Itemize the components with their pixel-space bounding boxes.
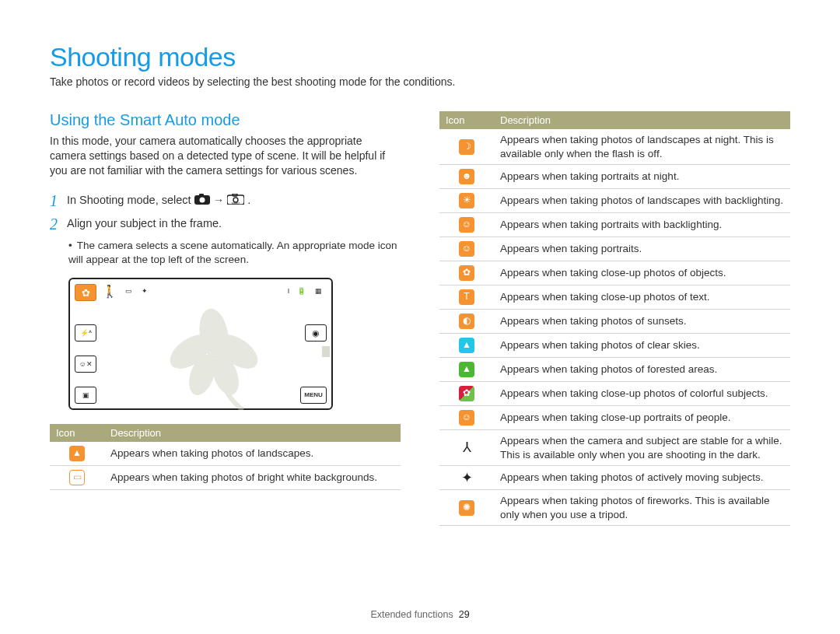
svg-rect-1 <box>199 194 204 196</box>
icon-desc: Appears when taking photos of actively m… <box>494 466 790 490</box>
section-paragraph: In this mode, your camera automatically … <box>50 134 401 178</box>
step-2-text: Align your subject in the frame. <box>67 215 401 231</box>
table-header-icon: Icon <box>439 111 494 129</box>
icon-desc: Appears when taking portraits with backl… <box>494 213 790 237</box>
table-row: ☀Appears when taking photos of landscape… <box>439 189 790 213</box>
right-column: Icon Description ☽Appears when taking ph… <box>439 111 790 526</box>
icon-desc: Appears when taking photos of landscapes… <box>494 129 790 165</box>
table-row: ◐Appears when taking photos of sunsets. <box>439 310 790 334</box>
misc-icon: ✦ <box>138 285 151 296</box>
card-icon: ▦ <box>310 284 327 298</box>
table-row: ✿Appears when taking close-up photos of … <box>439 261 790 285</box>
svg-text:SMART: SMART <box>232 201 240 205</box>
fireworks-icon: ✺ <box>459 500 474 516</box>
step-2-bullet: The camera selects a scene automatically… <box>68 239 401 267</box>
forest-icon: ▲ <box>459 362 474 377</box>
icon-desc: Appears when taking close-up photos of c… <box>494 382 790 406</box>
footer-section-label: Extended functions <box>370 609 453 620</box>
smart-camera-icon: SMART <box>227 193 244 208</box>
flower-watermark-icon <box>144 293 284 410</box>
icon-desc: Appears when taking portraits at night. <box>494 165 790 189</box>
display-icon: ▣ <box>75 387 96 404</box>
white-bg-icon: ▭ <box>69 470 85 485</box>
table-header-icon: Icon <box>50 424 104 442</box>
macro-text-icon: T <box>459 289 474 305</box>
action-icon: ✦ <box>459 470 474 485</box>
icon-desc: Appears when the camera and subject are … <box>494 430 790 466</box>
menu-button: MENU <box>300 387 327 404</box>
left-column: Using the Smart Auto mode In this mode, … <box>50 111 401 526</box>
face-off-icon: ☺✕ <box>75 356 96 373</box>
table-row: ▲Appears when taking photos of clear ski… <box>439 334 790 358</box>
table-row: ✺Appears when taking photos of fireworks… <box>439 490 790 526</box>
table-row: ☺Appears when taking portraits. <box>439 237 790 261</box>
table-row: TAppears when taking close-up photos of … <box>439 285 790 310</box>
macro-color-icon: ✿ <box>459 386 474 401</box>
camera-icon <box>194 193 210 208</box>
icon-desc: Appears when taking close-up portraits o… <box>494 406 790 430</box>
sunset-icon: ◐ <box>459 313 474 329</box>
icon-desc: Appears when taking photos of bright whi… <box>104 466 401 490</box>
flash-auto-icon: ⚡ᴬ <box>75 324 96 342</box>
macro-object-icon: ✿ <box>459 265 474 281</box>
record-icon: ◉ <box>305 324 327 342</box>
landscape-icon: ▭ <box>121 285 135 296</box>
table-row: ☽Appears when taking photos of landscape… <box>439 129 790 165</box>
macro-portrait-icon: ☺ <box>459 410 474 426</box>
night-landscape-icon: ☽ <box>459 139 474 155</box>
step-2: 2 Align your subject in the frame. <box>50 215 401 233</box>
icon-desc: Appears when taking photos of clear skie… <box>494 334 790 358</box>
step-1-text-b: . <box>247 194 250 206</box>
table-header-desc: Description <box>494 111 790 129</box>
icon-desc: Appears when taking close-up photos of t… <box>494 285 790 310</box>
table-row: ▲ Appears when taking photos of landscap… <box>50 442 401 466</box>
icon-desc: Appears when taking photos of forested a… <box>494 358 790 382</box>
icon-desc: Appears when taking photos of landscapes… <box>494 189 790 213</box>
icon-table-right: Icon Description ☽Appears when taking ph… <box>439 111 790 526</box>
arrow-icon: → <box>213 194 225 206</box>
icon-desc: Appears when taking close-up photos of o… <box>494 261 790 285</box>
section-heading: Using the Smart Auto mode <box>50 111 401 129</box>
tab-icon <box>322 346 330 357</box>
svg-point-2 <box>199 197 205 202</box>
table-row: ☺Appears when taking portraits with back… <box>439 213 790 237</box>
backlight-landscape-icon: ☀ <box>459 193 474 208</box>
battery-icon: 🔋 <box>294 285 308 296</box>
table-row: ▭ Appears when taking photos of bright w… <box>50 466 401 490</box>
bar-icon: I <box>286 285 291 296</box>
page-title: Shooting modes <box>50 42 790 72</box>
step-number: 2 <box>50 215 67 233</box>
person-icon: 🚶 <box>101 284 118 299</box>
table-row: ✦Appears when taking photos of actively … <box>439 466 790 490</box>
table-row: ☻Appears when taking portraits at night. <box>439 165 790 189</box>
icon-table-left: Icon Description ▲ Appears when taking p… <box>50 424 401 490</box>
icon-desc: Appears when taking photos of fireworks.… <box>494 490 790 526</box>
icon-desc: Appears when taking portraits. <box>494 237 790 261</box>
landscape-mode-icon: ▲ <box>69 446 85 461</box>
page-number: 29 <box>459 609 470 620</box>
intro-text: Take photos or record videos by selectin… <box>50 75 790 88</box>
icon-desc: Appears when taking photos of sunsets. <box>494 310 790 334</box>
page-footer: Extended functions 29 <box>0 609 840 620</box>
step-1-text-a: In Shooting mode, select <box>67 194 194 206</box>
macro-mode-icon: ✿ <box>75 284 96 301</box>
icon-desc: Appears when taking photos of landscapes… <box>104 442 401 466</box>
tripod-icon: ⅄ <box>459 440 474 456</box>
camera-screen-illustration: ✿ 🚶 ▭ ✦ I 🔋 ▦ ⚡ᴬ ☺✕ ▣ ◉ MENU <box>68 278 333 410</box>
clear-sky-icon: ▲ <box>459 338 474 353</box>
night-portrait-icon: ☻ <box>459 169 474 184</box>
table-header-desc: Description <box>104 424 401 442</box>
step-number: 1 <box>50 192 67 209</box>
table-row: ☺Appears when taking close-up portraits … <box>439 406 790 430</box>
portrait-icon: ☺ <box>459 241 474 257</box>
table-row: ▲Appears when taking photos of forested … <box>439 358 790 382</box>
table-row: ✿Appears when taking close-up photos of … <box>439 382 790 406</box>
table-row: ⅄Appears when the camera and subject are… <box>439 430 790 466</box>
step-1: 1 In Shooting mode, select → SMART . <box>50 192 401 209</box>
backlight-portrait-icon: ☺ <box>459 217 474 233</box>
